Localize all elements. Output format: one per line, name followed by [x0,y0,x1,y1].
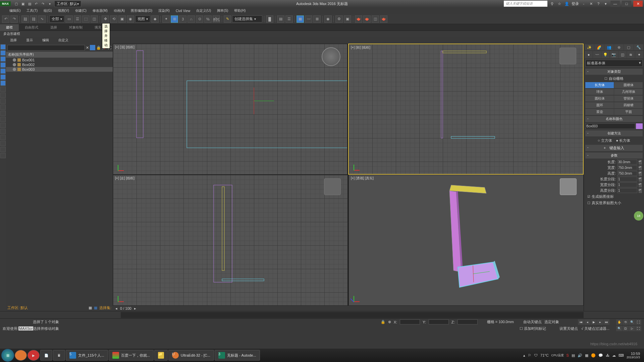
select-object-button[interactable]: ▭ [65,15,73,23]
spinner[interactable]: ▴▾ [639,188,642,193]
ref-coord-dropdown[interactable]: 视图 ▾ [135,15,150,22]
play-button[interactable]: ▶ [591,319,597,325]
render-active-button[interactable]: ◫ [372,15,379,23]
taskbar-pinned-1[interactable] [15,350,27,361]
manip-button[interactable]: ✦ [162,15,170,23]
cat-cameras-icon[interactable]: 📷 [610,51,618,58]
prim-teapot-button[interactable]: 茶壶 [585,109,614,115]
cat-lights-icon[interactable]: 💡 [601,51,609,58]
filter-15-icon[interactable] [0,129,6,134]
menu-create[interactable]: 创建(C) [72,8,89,14]
prim-plane-button[interactable]: 平面 [614,109,643,115]
filter-13-icon[interactable] [0,117,6,122]
ribbon-tab-paint[interactable]: 对象绘制 [63,24,89,31]
rollout-name-color[interactable]: 名称和颜色 [585,116,643,122]
workspace-selector[interactable]: 工作区: 默认 ▾ [54,1,81,7]
lsegs-input[interactable] [617,177,637,182]
tray-up-icon[interactable]: ▴ [523,353,525,358]
creation-method-radio[interactable]: ○ 立方体● 长方体 [584,137,644,144]
setkey-button[interactable]: 设置关键点 [559,326,578,331]
scene-lock-icon[interactable]: 🔒 [96,46,101,50]
floating-badge[interactable]: 18 [634,211,643,221]
filter-14-icon[interactable] [0,123,6,128]
goto-end-button[interactable]: ⏭ [603,319,609,325]
filter-18-icon[interactable] [0,147,6,152]
autokey-button[interactable]: 自动关键点 [523,319,542,324]
nav-zoom2-button[interactable]: 🔍 [616,326,622,331]
taskbar-item-5[interactable]: 3无标题 - Autode... [215,350,260,361]
curve-editor-button[interactable]: 〰 [305,15,312,23]
key-target-dropdown[interactable]: 选定对象 [544,319,571,324]
angle-snap-button[interactable]: 3 [179,15,186,23]
taskbar-pinned-4[interactable]: 🖩 [53,350,65,361]
search-icon[interactable]: ⚲ [549,1,555,6]
filter-light-icon[interactable] [0,56,6,62]
tab-create-icon[interactable]: ✨ [585,44,594,50]
filter-bone-icon[interactable] [0,80,6,86]
filter-9-icon[interactable] [0,93,6,98]
qat-save-icon[interactable]: ▤ [27,1,32,6]
nav-max-button[interactable]: ⛶ [635,319,641,325]
help-icon[interactable]: ? [596,1,601,6]
percent-snap-button[interactable]: ∩ [187,15,195,23]
taskbar-pinned-3[interactable]: 📄 [40,350,52,361]
rollout-keyboard[interactable]: + 键盘输入 [585,145,643,151]
prim-cylinder-button[interactable]: 圆柱体 [585,96,614,102]
select-rect-button[interactable]: ⬚ [82,15,90,23]
selection-filter[interactable]: 全部 ▾ [49,15,64,22]
mirror-button[interactable]: ▐▌ [266,15,273,23]
qat-redo-icon[interactable]: ↷ [40,1,46,6]
edit-named-button[interactable]: ✎ [224,15,231,23]
time-slider-bar[interactable]: ◂0 / 100▸ [113,306,584,311]
x-input[interactable] [400,319,420,324]
length-input[interactable] [617,160,637,165]
timeline[interactable] [0,311,644,318]
cat-space-icon[interactable]: ≋ [627,51,635,58]
menu-edit[interactable]: 编辑(E) [7,8,23,14]
rollout-object-type[interactable]: 对象类型 [585,69,643,75]
named-selection-dropdown[interactable]: 创建选择集 ▾ [232,15,262,22]
scene-column-header[interactable]: 名称(按升序排序) [6,52,113,58]
nav-fov-button[interactable]: ▷ [629,326,635,331]
filter-8-icon[interactable] [0,86,6,92]
cat-helpers-icon[interactable]: ◫ [619,51,627,58]
width-input[interactable] [617,165,637,170]
filter-helper-icon[interactable] [0,68,6,74]
tab-modify-icon[interactable]: 🌈 [594,44,604,50]
spinner[interactable]: ▴▾ [639,183,642,187]
prim-geosphere-button[interactable]: 几何球体 [614,89,643,95]
filter-11-icon[interactable] [0,105,6,110]
layers-button[interactable]: ☰ [285,15,293,23]
autogrid-checkbox[interactable]: ☐ 自动栅格 [584,75,644,82]
hsegs-input[interactable] [617,188,637,193]
undo-button[interactable]: ↶ [2,15,9,23]
tab-hierarchy-icon[interactable]: 👥 [604,44,614,50]
ribbon-tab-selection[interactable]: 选择 [44,24,63,31]
menu-civil[interactable]: Civil View [173,8,193,13]
tab-edit[interactable]: 编辑 [38,37,53,43]
spinner[interactable]: ▴▾ [639,171,642,176]
select-rotate-button[interactable]: ⟲ [110,15,117,23]
gen-mapping-checkbox[interactable]: ☑ 生成贴图坐标 [584,193,644,200]
menu-script[interactable]: 脚本(S) [214,8,231,14]
scene-search-input[interactable] [7,45,85,51]
schematic-button[interactable]: ⊞ [313,15,321,23]
chevron-down-icon[interactable]: ▾ [603,1,608,6]
render-button[interactable]: 🫖 [380,15,387,23]
tab-motion-icon[interactable]: ⊕ [614,44,624,50]
tab-utilities-icon[interactable]: 🔧 [634,44,643,50]
object-name-input[interactable] [585,123,635,129]
scene-close-icon[interactable]: ✕ [86,46,89,50]
rollout-parameters[interactable]: 参数 [585,153,643,159]
pivot-button[interactable]: ◆ [151,15,159,23]
select-name-button[interactable]: ☰ [74,15,81,23]
color-swatch[interactable] [636,123,643,129]
spinner-snap-button[interactable]: ⊙ [196,15,203,23]
scene-item-box003[interactable]: Box003 [6,67,113,72]
spinner[interactable]: ▴▾ [639,177,642,182]
qat-open-icon[interactable]: ▣ [20,1,25,6]
next-frame-button[interactable]: ▸ [597,319,603,325]
user-icon[interactable]: 👤 [564,1,570,6]
star-icon[interactable]: ☆ [557,1,562,6]
snap-toggle-button[interactable]: ⊞ [171,15,178,23]
